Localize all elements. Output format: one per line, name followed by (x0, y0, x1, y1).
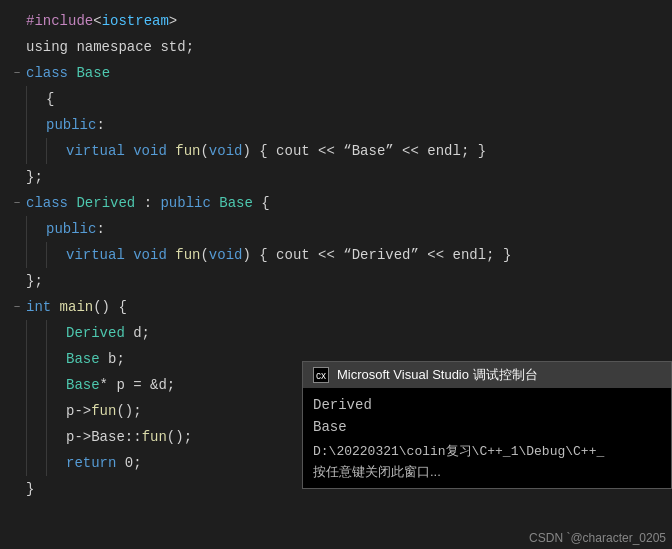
token: using namespace std; (26, 39, 194, 55)
token: b; (100, 351, 125, 367)
indent-guide (46, 346, 66, 372)
console-icon: cx (313, 367, 329, 383)
token: d; (125, 325, 150, 341)
code-line: { (0, 86, 672, 112)
token: public (46, 117, 96, 133)
code-line: public: (0, 216, 672, 242)
indent-guide (26, 346, 46, 372)
line-content: public: (46, 221, 105, 237)
token: (); (116, 403, 141, 419)
token: fun (175, 247, 200, 263)
token: : (135, 195, 160, 211)
line-content: virtual void fun(void) { cout << “Base” … (66, 143, 486, 159)
token: { (46, 91, 54, 107)
console-window: cx Microsoft Visual Studio 调试控制台 Derived… (302, 361, 672, 489)
token: Base (76, 65, 110, 81)
watermark: CSDN `@character_0205 (529, 531, 666, 545)
token: #include (26, 13, 93, 29)
fold-button[interactable]: − (8, 67, 26, 79)
console-title: Microsoft Visual Studio 调试控制台 (337, 366, 538, 384)
token: ( (200, 247, 208, 263)
token: return (66, 455, 125, 471)
code-line: Derived d; (0, 320, 672, 346)
fold-button[interactable]: − (8, 197, 26, 209)
token: ) { cout << “Derived” << endl; } (242, 247, 511, 263)
code-line: }; (0, 268, 672, 294)
console-body: Derived Base D:\20220321\colin复习\C++_1\D… (303, 388, 671, 488)
token: void (133, 247, 175, 263)
token: Derived (76, 195, 135, 211)
token: }; (26, 273, 43, 289)
token: p->Base:: (66, 429, 142, 445)
line-content: Derived d; (66, 325, 150, 341)
line-content: return 0; (66, 455, 142, 471)
indent-guide (26, 320, 46, 346)
code-line: virtual void fun(void) { cout << “Derive… (0, 242, 672, 268)
token: Base (219, 195, 253, 211)
code-line: }; (0, 164, 672, 190)
indent-guide (26, 242, 46, 268)
line-content: virtual void fun(void) { cout << “Derive… (66, 247, 511, 263)
indent-guide (26, 138, 46, 164)
indent-guide (26, 216, 46, 242)
console-output-base: Base (313, 416, 661, 438)
token: void (133, 143, 175, 159)
line-content: public: (46, 117, 105, 133)
code-line: using namespace std; (0, 34, 672, 60)
code-line: −int main() { (0, 294, 672, 320)
line-content: p->Base::fun(); (66, 429, 192, 445)
indent-guide (26, 86, 46, 112)
token: : (96, 117, 104, 133)
line-content: #include<iostream> (26, 13, 177, 29)
token: * p = &d; (100, 377, 176, 393)
token: virtual (66, 247, 133, 263)
token: int (26, 299, 60, 315)
token: iostream (102, 13, 169, 29)
token: () { (93, 299, 127, 315)
line-content: Base b; (66, 351, 125, 367)
line-content: } (26, 481, 34, 497)
line-content: class Derived : public Base { (26, 195, 270, 211)
line-content: class Base (26, 65, 110, 81)
token: Derived (66, 325, 125, 341)
indent-guide (26, 450, 46, 476)
indent-guide (26, 112, 46, 138)
console-path: D:\20220321\colin复习\C++_1\Debug\C++_ (313, 442, 661, 462)
code-line: −class Base (0, 60, 672, 86)
code-line: virtual void fun(void) { cout << “Base” … (0, 138, 672, 164)
fold-button[interactable]: − (8, 301, 26, 313)
token: void (209, 143, 243, 159)
token: fun (91, 403, 116, 419)
code-line: public: (0, 112, 672, 138)
token: { (253, 195, 270, 211)
indent-guide (26, 424, 46, 450)
token: } (26, 481, 34, 497)
indent-guide (46, 242, 66, 268)
token: fun (142, 429, 167, 445)
token: void (209, 247, 243, 263)
code-line: −class Derived : public Base { (0, 190, 672, 216)
console-output-derived: Derived (313, 394, 661, 416)
token: > (169, 13, 177, 29)
indent-guide (46, 450, 66, 476)
token: public (46, 221, 96, 237)
console-note: 按任意键关闭此窗口... (313, 462, 661, 482)
indent-guide (26, 372, 46, 398)
token: virtual (66, 143, 133, 159)
token: }; (26, 169, 43, 185)
token: main (60, 299, 94, 315)
token: : (96, 221, 104, 237)
token: < (93, 13, 101, 29)
line-content: p->fun(); (66, 403, 142, 419)
indent-guide (46, 424, 66, 450)
token: ( (200, 143, 208, 159)
token: 0; (125, 455, 142, 471)
indent-guide (46, 320, 66, 346)
indent-guide (46, 138, 66, 164)
token: Base (66, 377, 100, 393)
token: class (26, 195, 76, 211)
indent-guide (26, 398, 46, 424)
console-titlebar: cx Microsoft Visual Studio 调试控制台 (303, 362, 671, 388)
token: public (160, 195, 219, 211)
line-content: Base* p = &d; (66, 377, 175, 393)
